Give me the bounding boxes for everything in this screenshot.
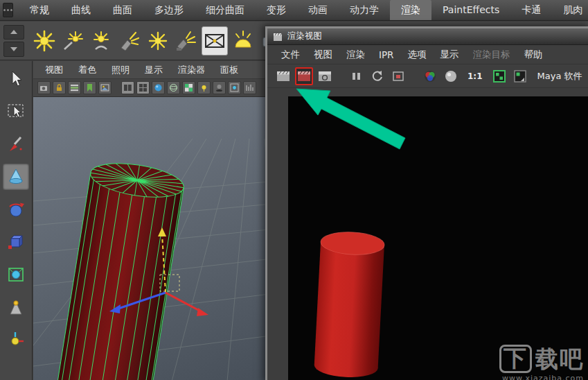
viewport-menu-renderer[interactable]: 渲染器 [170,64,213,76]
two-panes-icon[interactable] [121,81,134,94]
render-current-frame-icon[interactable] [274,67,292,85]
rv-menu-render[interactable]: 渲染 [339,49,372,61]
smooth-shade-icon[interactable] [152,81,165,94]
rv-menu-options[interactable]: 选项 [401,49,434,61]
lasso-select-tool-icon[interactable] [3,98,29,125]
viewport-menu-shading[interactable]: 着色 [71,64,104,76]
universal-manipulator-icon[interactable] [3,261,29,288]
volume-light-icon[interactable] [88,26,114,55]
pause-ipr-icon[interactable] [348,67,366,85]
renderer-select[interactable]: Maya 软件 [537,70,582,83]
toolbox [0,61,33,380]
select-tool-icon[interactable] [3,66,29,92]
viewport-menu-panels[interactable]: 面板 [213,64,246,76]
render-view-titlebar[interactable]: 渲染视图 [267,28,588,45]
zoom-1to1-button[interactable]: 1:1 [463,71,488,81]
viewport-menu-view[interactable]: 视图 [37,64,71,76]
shelf-switcher [3,25,24,57]
redo-previous-render-icon[interactable] [295,67,313,85]
cylinder-wireframe [53,158,186,380]
refresh-ipr-icon[interactable] [368,67,386,85]
render-view-content: 下 载吧 www.xiazaiba.com [267,88,588,380]
watermark: 下 载吧 www.xiazaiba.com [499,345,584,380]
lock-camera-icon[interactable] [53,81,66,94]
area-light-icon[interactable] [202,26,228,55]
rgb-channels-icon[interactable] [421,67,439,85]
rv-menu-ipr[interactable]: IPR [372,49,401,60]
alpha-channel-icon[interactable] [442,67,460,85]
point-light-icon[interactable] [31,26,57,55]
watermark-title: 载吧 [535,346,584,372]
directional-light-icon[interactable] [60,26,86,55]
render-canvas[interactable]: 下 载吧 www.xiazaiba.com [288,96,588,380]
rv-menu-view[interactable]: 视图 [307,49,339,61]
menu-polygons[interactable]: 多边形 [143,0,195,20]
keep-image-icon[interactable] [490,67,508,85]
menu-painteffects[interactable]: PaintEffects [431,0,510,20]
wireframe-icon[interactable] [167,81,180,94]
viewport-menu-show[interactable]: 显示 [137,64,170,76]
rotate-tool-icon[interactable] [3,196,29,223]
menu-animation[interactable]: 动画 [297,0,339,20]
menu-grip-icon[interactable] [3,3,13,17]
use-lights-icon[interactable] [197,81,211,94]
rv-menu-render-target: 渲染目标 [466,49,517,61]
render-view-window: 渲染视图 文件 视图 渲染 IPR 选项 显示 渲染目标 帮助 [265,26,588,380]
viewport-menu-lighting[interactable]: 照明 [104,64,137,76]
watermark-url: www.xiazaiba.com [499,374,584,380]
ipr-render-icon[interactable] [316,67,334,85]
remove-image-icon[interactable] [511,67,529,85]
select-camera-icon[interactable] [37,81,51,94]
textured-icon[interactable] [182,81,195,94]
image-plane-icon[interactable] [98,81,112,94]
four-panes-icon[interactable] [136,81,150,94]
move-tool-icon[interactable] [3,164,29,190]
menu-muscle[interactable]: 肌肉 [552,0,588,20]
shadows-icon[interactable] [213,81,226,94]
menu-curves[interactable]: 曲线 [60,0,102,20]
point-light-star-icon[interactable] [145,26,171,55]
maya-application-window: 常规 曲线 曲面 多边形 细分曲面 变形 动画 动力学 渲染 PaintEffe… [0,0,588,380]
scale-tool-icon[interactable] [3,229,29,255]
menu-deform[interactable]: 变形 [256,0,297,20]
main-menubar: 常规 曲线 曲面 多边形 细分曲面 变形 动画 动力学 渲染 PaintEffe… [0,0,588,21]
menu-dynamics[interactable]: 动力学 [339,0,390,20]
menu-subdivs[interactable]: 细分曲面 [195,0,256,20]
render-view-window-icon [273,32,283,42]
soft-modification-icon[interactable] [3,294,29,320]
rendered-image [288,96,588,380]
menu-rendering[interactable]: 渲染 [390,0,431,20]
menu-surfaces[interactable]: 曲面 [102,0,143,20]
bookmarks-icon[interactable] [83,81,96,94]
menu-general[interactable]: 常规 [19,0,60,20]
rendered-cylinder [314,231,385,379]
stop-ipr-icon[interactable] [389,67,407,85]
render-view-toolbar: 1:1 Maya 软件 [267,64,588,88]
render-view-title: 渲染视图 [287,31,322,42]
render-view-menubar: 文件 视图 渲染 IPR 选项 显示 渲染目标 帮助 [267,45,588,64]
rv-menu-file[interactable]: 文件 [274,49,307,61]
paint-select-tool-icon[interactable] [3,131,29,157]
shelf-down-button[interactable] [3,42,24,57]
rv-menu-display[interactable]: 显示 [434,49,466,61]
show-manipulator-icon[interactable] [3,327,29,353]
field-chart-icon[interactable] [243,81,256,94]
isolate-select-icon[interactable] [228,81,241,94]
menu-toon[interactable]: 卡通 [510,0,552,20]
spot-light-flash-icon[interactable] [116,26,143,55]
spot-light-icon[interactable] [173,26,199,55]
shelf-up-button[interactable] [3,25,24,40]
camera-attributes-icon[interactable] [68,81,81,94]
watermark-logo-box: 下 [499,345,532,373]
rv-menu-help[interactable]: 帮助 [517,49,550,61]
ambient-light-icon[interactable] [230,26,256,55]
